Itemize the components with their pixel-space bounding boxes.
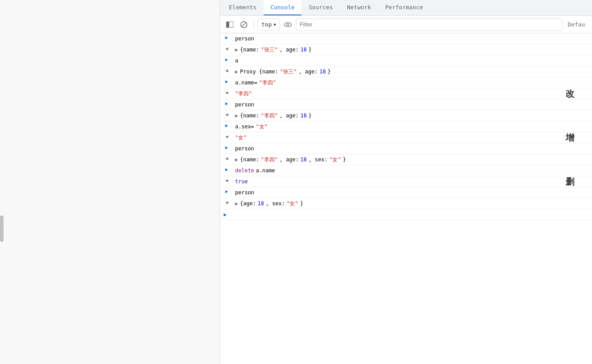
row-gutter: ▶ (220, 33, 233, 42)
row-content: ▶ Proxy {name: "张三", age: 18} (233, 66, 592, 77)
filter-input[interactable] (296, 18, 563, 31)
context-label: top (261, 21, 272, 28)
console-row: ▶person (220, 187, 592, 198)
tab-performance[interactable]: Performance (378, 0, 430, 15)
toolbar-divider (254, 20, 254, 29)
context-selector[interactable]: top ▼ (257, 18, 280, 31)
console-output: ▶person◀▶{name: "张三", age: 18}▶a◀▶ Proxy… (220, 33, 592, 364)
console-row: ◀▶{age: 18, sex: "女"} (220, 198, 592, 209)
tab-elements[interactable]: Elements (222, 0, 264, 15)
tab-sources[interactable]: Sources (302, 0, 340, 15)
row-gutter: ▶ (220, 187, 233, 196)
console-row: ▶a.name="李四" (220, 77, 592, 88)
row-gutter: ◀ (220, 132, 233, 141)
sidebar-toggle-icon (226, 22, 233, 28)
row-gutter: ▶ (220, 143, 233, 152)
row-content[interactable]: a.name="李四" (233, 77, 592, 88)
row-gutter: ◀ (220, 110, 233, 119)
row-content[interactable]: person (233, 187, 592, 198)
row-content[interactable]: person (233, 99, 592, 110)
console-row: ◀▶{name: "张三", age: 18} (220, 44, 592, 55)
row-gutter: ◀ (220, 44, 233, 53)
row-content: ▶{name: "李四", age: 18, sex: "女"} (233, 154, 592, 165)
row-gutter: ▶ (220, 99, 233, 108)
svg-rect-0 (226, 22, 228, 28)
row-content: ▶{name: "张三", age: 18} (233, 44, 592, 55)
row-gutter: ◀ (220, 88, 233, 97)
annotation-label: 增 (566, 132, 574, 144)
console-input-caret: ▶ (224, 211, 227, 218)
svg-point-4 (287, 23, 289, 25)
tab-console[interactable]: Console (264, 0, 302, 15)
sidebar (0, 0, 220, 364)
row-gutter: ▶ (220, 77, 233, 86)
sidebar-toggle-button[interactable] (224, 18, 236, 31)
console-row: ▶a.sex="女" (220, 121, 592, 132)
tab-bar: Elements Console Sources Network Perform… (220, 0, 592, 16)
row-gutter: ◀ (220, 66, 233, 75)
clear-icon (240, 21, 247, 28)
console-row: ◀▶{name: "李四", age: 18, sex: "女"} (220, 154, 592, 165)
row-gutter: ▶ (220, 165, 233, 174)
console-input-row[interactable]: ▶ (220, 209, 592, 220)
row-content: "李四" (233, 88, 592, 99)
row-content: ▶{name: "李四", age: 18} (233, 110, 592, 121)
console-row: ◀▶{name: "李四", age: 18} (220, 110, 592, 121)
row-content[interactable]: a (233, 55, 592, 66)
annotation-label: 改 (566, 88, 574, 100)
toolbar: top ▼ Defau (220, 16, 592, 33)
svg-line-3 (242, 22, 246, 27)
row-gutter: ◀ (220, 176, 233, 185)
row-content[interactable]: delete a.name (233, 165, 592, 176)
row-gutter: ▶ (220, 121, 233, 130)
row-content: true (233, 176, 592, 187)
row-content[interactable]: a.sex="女" (233, 121, 592, 132)
console-row: ◀true删 (220, 176, 592, 187)
row-gutter: ◀ (220, 154, 233, 163)
console-row: ▶delete a.name (220, 165, 592, 176)
console-row: ◀"女"增 (220, 132, 592, 143)
row-content[interactable]: person (233, 143, 592, 154)
row-content: "女" (233, 132, 592, 143)
devtools-panel: Elements Console Sources Network Perform… (220, 0, 592, 364)
live-expressions-button[interactable] (282, 18, 294, 31)
console-row: ▶person (220, 33, 592, 44)
scroll-handle[interactable] (0, 215, 4, 242)
console-row: ◀▶ Proxy {name: "张三", age: 18} (220, 66, 592, 77)
eye-icon (284, 22, 292, 27)
console-row: ▶person (220, 99, 592, 110)
default-levels-label: Defau (564, 21, 588, 28)
console-row: ▶a (220, 55, 592, 66)
row-content[interactable]: person (233, 33, 592, 44)
console-row: ▶person (220, 143, 592, 154)
annotation-label: 删 (566, 176, 574, 188)
row-gutter: ▶ (220, 55, 233, 64)
chevron-down-icon: ▼ (273, 22, 276, 27)
tab-network[interactable]: Network (340, 0, 378, 15)
svg-rect-1 (229, 22, 233, 28)
console-row: ◀"李四"改 (220, 88, 592, 99)
row-gutter: ◀ (220, 198, 233, 207)
row-content: ▶{age: 18, sex: "女"} (233, 198, 592, 209)
clear-console-button[interactable] (238, 18, 250, 31)
